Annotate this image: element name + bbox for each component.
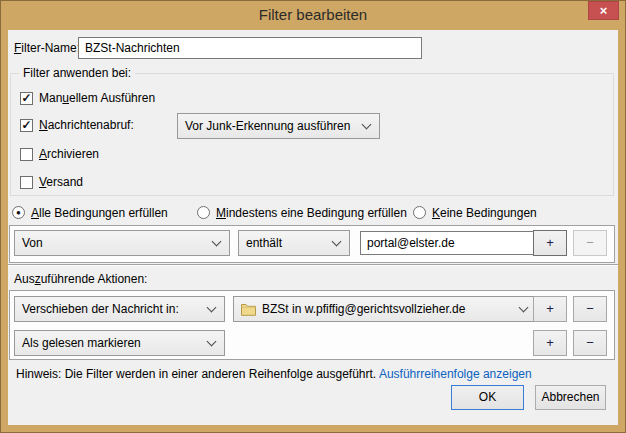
- apply-group-legend: Filter anwenden bei:: [19, 67, 135, 80]
- checkbox-archiving[interactable]: [20, 148, 33, 161]
- remove-action-button[interactable]: −: [573, 330, 607, 356]
- dialog-content: Filter-Name: Filter anwenden bei: ✓ Manu…: [8, 30, 618, 425]
- actions-label: Auszuführende Aktionen:: [14, 273, 147, 286]
- checkbox-manual-run[interactable]: ✓: [20, 92, 33, 105]
- hint-row: Hinweis: Die Filter werden in einer ande…: [16, 367, 532, 381]
- chevron-down-icon: [333, 238, 341, 246]
- check-icon: ✓: [21, 91, 31, 105]
- radio-dot-icon: [414, 207, 425, 218]
- chevron-down-icon: [520, 304, 528, 312]
- checkbox-sending[interactable]: [20, 176, 33, 189]
- radio-match-any-label[interactable]: Mindestens eine Bedingung erfüllen: [216, 207, 407, 220]
- chevron-down-icon: [208, 338, 216, 346]
- condition-operator-dropdown[interactable]: enthält: [238, 230, 350, 256]
- radio-dot-icon: ●: [13, 207, 24, 218]
- remove-action-button[interactable]: −: [573, 296, 607, 322]
- execution-order-link[interactable]: Ausführreihenfolge anzeigen: [379, 367, 532, 381]
- checkbox-getting-mail[interactable]: ✓: [20, 119, 33, 132]
- add-condition-button[interactable]: +: [533, 230, 567, 256]
- filter-edit-dialog: Filter bearbeiten × Filter-Name: Filter …: [0, 0, 626, 433]
- checkbox-archiving-label[interactable]: Archivieren: [39, 148, 99, 161]
- close-icon: ×: [600, 3, 608, 18]
- radio-match-any[interactable]: [197, 206, 210, 219]
- radio-match-none[interactable]: [413, 206, 426, 219]
- action-target-folder-dropdown[interactable]: BZSt in w.pfiffig@gerichtsvollzieher.de: [233, 296, 537, 322]
- condition-value-input[interactable]: [360, 231, 535, 255]
- close-button[interactable]: ×: [588, 1, 619, 20]
- cancel-button[interactable]: Abbrechen: [535, 385, 606, 410]
- remove-condition-button: −: [573, 230, 607, 256]
- radio-match-all[interactable]: ●: [12, 206, 25, 219]
- action-type-dropdown[interactable]: Verschieben der Nachricht in:: [14, 296, 225, 322]
- dialog-title: Filter bearbeiten: [0, 0, 626, 29]
- add-action-button[interactable]: +: [533, 330, 567, 356]
- radio-match-all-label[interactable]: Alle Bedingungen erfüllen: [31, 207, 168, 220]
- folder-icon: [241, 303, 256, 316]
- add-action-button[interactable]: +: [533, 296, 567, 322]
- chevron-down-icon: [363, 121, 371, 129]
- radio-match-none-label[interactable]: Keine Bedingungen: [432, 207, 537, 220]
- filter-name-label: Filter-Name:: [14, 42, 80, 55]
- chevron-down-icon: [208, 304, 216, 312]
- checkbox-sending-label[interactable]: Versand: [39, 176, 83, 189]
- condition-field-dropdown[interactable]: Von: [14, 230, 230, 256]
- action-type-dropdown[interactable]: Als gelesen markieren: [14, 330, 225, 356]
- check-icon: ✓: [21, 118, 31, 132]
- checkbox-getting-mail-label[interactable]: Nachrichtenabruf:: [39, 119, 134, 132]
- ok-button[interactable]: OK: [451, 385, 524, 410]
- hint-text: Hinweis: Die Filter werden in einer ande…: [16, 367, 376, 381]
- section-divider: [8, 264, 618, 265]
- junk-timing-dropdown[interactable]: Vor Junk-Erkennung ausführen: [177, 113, 380, 139]
- chevron-down-icon: [213, 238, 221, 246]
- checkbox-manual-run-label[interactable]: Manuellem Ausführen: [39, 92, 155, 105]
- titlebar: Filter bearbeiten ×: [0, 0, 626, 30]
- radio-dot-icon: [198, 207, 209, 218]
- filter-name-input[interactable]: [78, 37, 422, 59]
